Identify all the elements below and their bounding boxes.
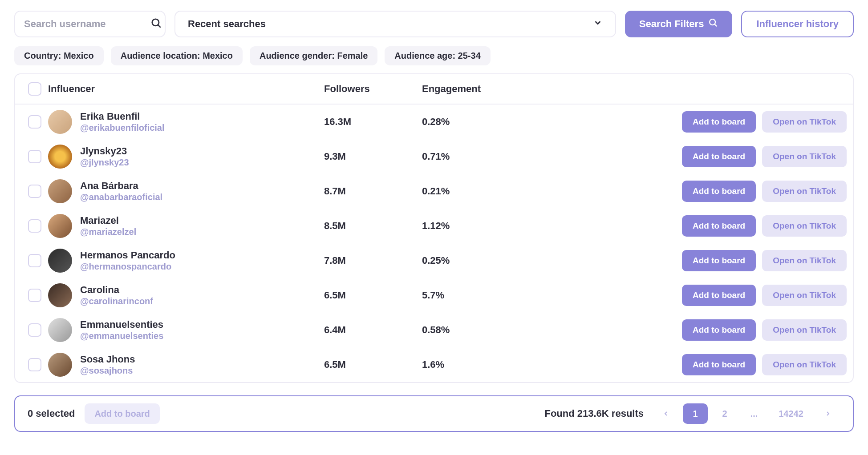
add-to-board-button[interactable]: Add to board [682, 354, 756, 375]
row-checkbox[interactable] [28, 358, 41, 371]
avatar [48, 179, 72, 203]
engagement-value: 0.28% [422, 116, 556, 128]
influencer-handle: @carolinarinconf [80, 296, 153, 306]
select-all-checkbox[interactable] [28, 82, 41, 96]
svg-line-1 [158, 25, 160, 27]
add-to-board-button[interactable]: Add to board [682, 146, 756, 167]
add-to-board-button[interactable]: Add to board [682, 319, 756, 341]
influencer-cell[interactable]: Mariazel@mariazelzel [48, 214, 324, 238]
chevron-down-icon [593, 18, 603, 30]
row-checkbox[interactable] [28, 254, 41, 267]
followers-value: 6.5M [324, 290, 422, 301]
search-username-field[interactable] [14, 11, 166, 37]
add-to-board-button[interactable]: Add to board [682, 250, 756, 271]
search-username-input[interactable] [24, 18, 150, 30]
results-count: Found 213.6K results [544, 408, 644, 419]
col-followers: Followers [324, 83, 422, 95]
row-checkbox[interactable] [28, 150, 41, 163]
pager-next[interactable] [815, 403, 840, 424]
influencer-history-button[interactable]: Influencer history [741, 11, 854, 37]
add-to-board-button[interactable]: Add to board [682, 285, 756, 306]
table-row: Jlynsky23@jlynsky239.3M0.71%Add to board… [15, 139, 853, 174]
influencer-cell[interactable]: Ana Bárbara@anabarbaraoficial [48, 179, 324, 203]
engagement-value: 1.12% [422, 220, 556, 232]
influencer-cell[interactable]: Sosa Jhons@sosajhons [48, 353, 324, 377]
add-to-board-button[interactable]: Add to board [682, 181, 756, 202]
followers-value: 8.5M [324, 220, 422, 232]
influencer-handle: @emmanuelsenties [80, 330, 163, 341]
influencer-handle: @jlynsky23 [80, 157, 129, 168]
influencer-cell[interactable]: Jlynsky23@jlynsky23 [48, 145, 324, 169]
table-header: Influencer Followers Engagement [15, 74, 853, 105]
results-table: Influencer Followers Engagement Erika Bu… [14, 73, 854, 383]
influencer-handle: @hermanospancardo [80, 261, 175, 272]
row-checkbox[interactable] [28, 115, 41, 129]
influencer-name: Ana Bárbara [80, 180, 162, 192]
filter-chip-audience-age[interactable]: Audience age: 25-34 [385, 46, 490, 65]
influencer-name: Sosa Jhons [80, 354, 135, 365]
table-row: Mariazel@mariazelzel8.5M1.12%Add to boar… [15, 209, 853, 243]
row-checkbox[interactable] [28, 289, 41, 302]
followers-value: 6.5M [324, 359, 422, 370]
pager-ellipsis: ... [742, 403, 767, 424]
open-on-tiktok-button[interactable]: Open on TikTok [762, 285, 847, 306]
influencer-handle: @anabarbaraoficial [80, 192, 162, 202]
filter-chip-audience-location[interactable]: Audience location: Mexico [111, 46, 243, 65]
filter-icon [708, 18, 718, 30]
influencer-handle: @sosajhons [80, 365, 135, 376]
pagination: 1 2 ... 14242 [653, 403, 840, 424]
col-engagement: Engagement [422, 83, 556, 95]
open-on-tiktok-button[interactable]: Open on TikTok [762, 250, 847, 271]
add-to-board-button[interactable]: Add to board [682, 111, 756, 133]
filter-chips: Country: Mexico Audience location: Mexic… [14, 46, 854, 65]
influencer-cell[interactable]: Emmanuelsenties@emmanuelsenties [48, 318, 324, 342]
avatar [48, 318, 72, 342]
followers-value: 9.3M [324, 151, 422, 162]
influencer-name: Hermanos Pancardo [80, 250, 175, 261]
table-row: Sosa Jhons@sosajhons6.5M1.6%Add to board… [15, 347, 853, 382]
table-row: Carolina@carolinarinconf6.5M5.7%Add to b… [15, 278, 853, 313]
row-checkbox[interactable] [28, 323, 41, 337]
influencer-history-label: Influencer history [756, 18, 839, 30]
avatar [48, 145, 72, 169]
table-row: Ana Bárbara@anabarbaraoficial8.7M0.21%Ad… [15, 174, 853, 209]
influencer-handle: @erikabuenfiloficial [80, 122, 165, 133]
open-on-tiktok-button[interactable]: Open on TikTok [762, 146, 847, 167]
search-filters-button[interactable]: Search Filters [625, 11, 733, 37]
influencer-name: Erika Buenfil [80, 111, 165, 122]
table-row: Hermanos Pancardo@hermanospancardo7.8M0.… [15, 243, 853, 278]
search-icon [150, 17, 162, 31]
influencer-cell[interactable]: Hermanos Pancardo@hermanospancardo [48, 249, 324, 273]
recent-searches-label: Recent searches [188, 18, 266, 30]
filter-chip-country[interactable]: Country: Mexico [14, 46, 104, 65]
engagement-value: 1.6% [422, 359, 556, 370]
pager-page-2[interactable]: 2 [712, 403, 737, 424]
filter-chip-audience-gender[interactable]: Audience gender: Female [250, 46, 377, 65]
influencer-cell[interactable]: Erika Buenfil@erikabuenfiloficial [48, 110, 324, 134]
add-to-board-button[interactable]: Add to board [682, 215, 756, 237]
influencer-name: Carolina [80, 284, 153, 296]
svg-line-3 [715, 24, 717, 27]
open-on-tiktok-button[interactable]: Open on TikTok [762, 319, 847, 341]
footer-add-to-board-button[interactable]: Add to board [85, 403, 159, 424]
pager-page-last[interactable]: 14242 [771, 403, 811, 424]
influencer-cell[interactable]: Carolina@carolinarinconf [48, 283, 324, 307]
avatar [48, 214, 72, 238]
pager-prev[interactable] [653, 403, 678, 424]
avatar [48, 353, 72, 377]
influencer-name: Emmanuelsenties [80, 319, 163, 330]
open-on-tiktok-button[interactable]: Open on TikTok [762, 181, 847, 202]
pager-page-1[interactable]: 1 [683, 403, 708, 424]
selected-count: 0 selected [28, 408, 75, 419]
avatar [48, 110, 72, 134]
col-influencer: Influencer [48, 83, 324, 95]
influencer-handle: @mariazelzel [80, 226, 136, 237]
row-checkbox[interactable] [28, 219, 41, 233]
row-checkbox[interactable] [28, 185, 41, 198]
recent-searches-dropdown[interactable]: Recent searches [174, 11, 616, 37]
table-row: Emmanuelsenties@emmanuelsenties6.4M0.58%… [15, 313, 853, 347]
open-on-tiktok-button[interactable]: Open on TikTok [762, 215, 847, 237]
open-on-tiktok-button[interactable]: Open on TikTok [762, 354, 847, 375]
open-on-tiktok-button[interactable]: Open on TikTok [762, 111, 847, 133]
engagement-value: 0.58% [422, 324, 556, 336]
